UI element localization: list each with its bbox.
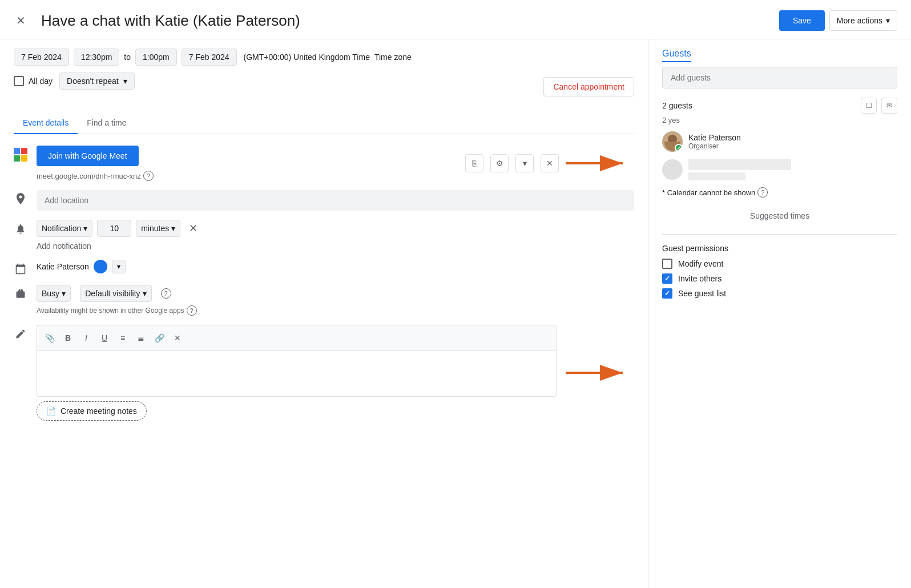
start-date-button[interactable]: 7 Feb 2024 <box>14 49 69 66</box>
more-actions-button[interactable]: More actions ▾ <box>829 10 897 31</box>
notification-minutes-input[interactable]: 10 <box>97 220 131 237</box>
meet-url[interactable]: meet.google.com/dnh-rmuc-xnz <box>37 172 141 180</box>
start-time-button[interactable]: 12:30pm <box>74 49 119 66</box>
cancel-appointment-button[interactable]: Cancel appointment <box>543 77 634 96</box>
save-button[interactable]: Save <box>779 10 825 31</box>
remove-meet-button[interactable]: ✕ <box>541 154 559 172</box>
all-day-checkbox[interactable]: All day <box>14 76 53 86</box>
close-button[interactable]: ✕ <box>9 9 32 32</box>
header-actions: Save More actions ▾ <box>779 10 897 31</box>
ordered-list-button[interactable]: ≡ <box>115 330 131 346</box>
guest-avatar-katie <box>662 131 683 152</box>
permission-modify-event: Modify event <box>662 259 897 269</box>
repeat-dropdown[interactable]: Doesn't repeat ▾ <box>59 73 135 90</box>
message-guests-button[interactable]: ☐ <box>861 98 877 114</box>
suggested-times[interactable]: Suggested times <box>662 207 897 225</box>
modify-event-label: Modify event <box>678 259 723 268</box>
to-label: to <box>124 53 131 62</box>
notification-unit-arrow: ▾ <box>171 224 175 233</box>
tab-event-details[interactable]: Event details <box>14 112 78 134</box>
add-notification-button[interactable]: Add notification <box>37 241 634 251</box>
remove-format-button[interactable]: ✕ <box>170 330 186 346</box>
all-day-label: All day <box>29 76 53 86</box>
svg-rect-0 <box>14 148 20 154</box>
meet-settings-button[interactable]: ⚙ <box>490 154 509 172</box>
availability-help-icon[interactable]: ? <box>187 305 197 316</box>
guest-role-katie: Organiser <box>688 142 897 150</box>
side-panel: Guests 2 guests ☐ ✉ 2 yes <box>648 39 911 588</box>
modify-event-checkbox[interactable] <box>662 259 672 269</box>
tabs: Event details Find a time <box>14 112 634 134</box>
location-icon <box>14 192 27 206</box>
svg-rect-1 <box>21 148 27 154</box>
visibility-help-icon[interactable]: ? <box>161 288 171 299</box>
create-notes-label: Create meeting notes <box>61 406 137 416</box>
join-meet-button[interactable]: Join with Google Meet <box>37 146 139 166</box>
notes-doc-icon: 📄 <box>46 406 56 416</box>
remove-notification-button[interactable]: ✕ <box>185 220 201 236</box>
meet-logo-icon <box>14 148 27 162</box>
notification-icon <box>14 222 27 236</box>
calendar-icon <box>14 262 27 276</box>
link-button[interactable]: 🔗 <box>151 330 167 346</box>
permissions-title: Guest permissions <box>662 244 897 253</box>
busy-status-dropdown[interactable]: Busy ▾ <box>37 285 71 302</box>
visibility-label: Default visibility <box>85 289 140 298</box>
bold-button[interactable]: B <box>60 330 76 346</box>
italic-button[interactable]: I <box>78 330 94 346</box>
organiser-badge <box>675 144 683 152</box>
calendar-note: * Calendar cannot be shown ? <box>662 187 897 198</box>
end-time-button[interactable]: 1:00pm <box>135 49 177 66</box>
notification-type-dropdown[interactable]: Notification ▾ <box>37 220 92 237</box>
editor-area[interactable] <box>37 351 557 397</box>
bold-icon: B <box>65 333 71 343</box>
meet-link: meet.google.com/dnh-rmuc-xnz ? <box>37 171 456 181</box>
invite-others-checkbox[interactable] <box>662 273 672 284</box>
attach-button[interactable]: 📎 <box>42 330 58 346</box>
calendar-color-dot[interactable] <box>94 260 107 273</box>
end-date-button[interactable]: 7 Feb 2024 <box>182 49 237 66</box>
datetime-row: 7 Feb 2024 12:30pm to 1:00pm 7 Feb 2024 … <box>14 49 634 66</box>
more-actions-arrow-icon: ▾ <box>886 16 890 25</box>
add-guests-input[interactable] <box>662 67 897 88</box>
email-guests-button[interactable]: ✉ <box>881 98 897 114</box>
see-guest-list-checkbox[interactable] <box>662 288 672 299</box>
underline-button[interactable]: U <box>96 330 112 346</box>
meet-help-icon[interactable]: ? <box>143 171 154 181</box>
email-icon: ✉ <box>886 102 892 110</box>
chevron-down-icon: ▾ <box>523 159 527 168</box>
annotation-arrow-2 <box>566 361 634 384</box>
calendar-section: Katie Paterson ▾ <box>14 260 634 276</box>
copy-icon: ⎘ <box>472 159 477 168</box>
location-input[interactable] <box>37 190 634 211</box>
message-icon: ☐ <box>866 102 872 110</box>
annotation-arrow-1 <box>566 152 634 175</box>
guest-item-blurred <box>662 159 897 180</box>
create-notes-button[interactable]: 📄 Create meeting notes <box>37 401 147 421</box>
guest-name-katie: Katie Paterson <box>688 133 897 142</box>
notification-unit-label: minutes <box>141 224 169 233</box>
repeat-label: Doesn't repeat <box>67 76 119 86</box>
invite-others-label: Invite others <box>678 274 721 283</box>
tab-find-a-time[interactable]: Find a time <box>78 112 135 134</box>
settings-icon: ⚙ <box>496 159 503 168</box>
calendar-note-help-icon[interactable]: ? <box>757 187 768 198</box>
visibility-dropdown[interactable]: Default visibility ▾ <box>80 285 151 302</box>
join-meet-label: Join with Google Meet <box>48 151 127 160</box>
unordered-list-button[interactable]: ≣ <box>133 330 149 346</box>
ordered-list-icon: ≡ <box>120 333 125 343</box>
permission-see-guest-list: See guest list <box>662 288 897 299</box>
meet-dropdown-button[interactable]: ▾ <box>515 154 534 172</box>
calendar-dropdown-button[interactable]: ▾ <box>112 260 126 273</box>
location-section <box>14 190 634 211</box>
copy-meet-link-button[interactable]: ⎘ <box>465 154 483 172</box>
underline-icon: U <box>102 333 107 343</box>
notification-unit-dropdown[interactable]: minutes ▾ <box>136 220 180 237</box>
svg-rect-2 <box>14 155 20 162</box>
briefcase-icon <box>14 287 27 301</box>
guest-item-katie: Katie Paterson Organiser <box>662 131 897 152</box>
svg-rect-3 <box>21 155 27 162</box>
calendar-name: Katie Paterson <box>37 262 89 271</box>
timezone-link[interactable]: Time zone <box>374 53 412 62</box>
meet-icon <box>14 148 27 162</box>
